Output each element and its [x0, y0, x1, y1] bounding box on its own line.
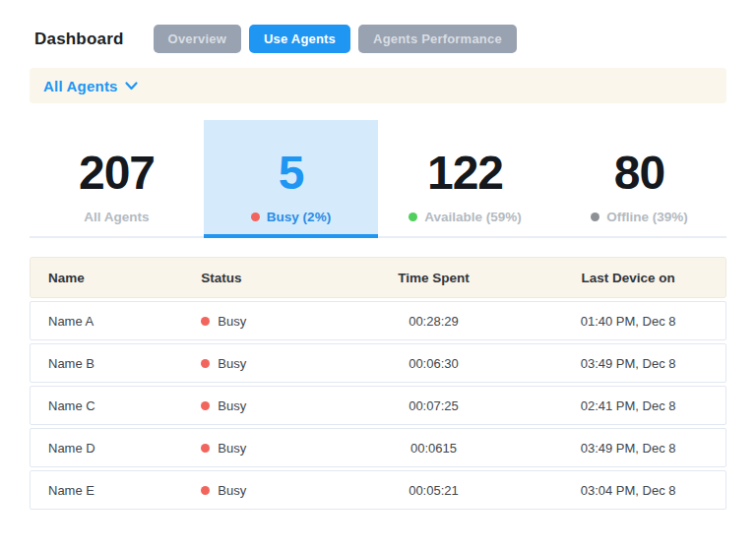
cell-status: Busy: [183, 356, 336, 371]
column-header-last-device-on: Last Device on: [531, 271, 725, 285]
tab-agents-performance[interactable]: Agents Performance: [358, 25, 517, 53]
stat-label-text: All Agents: [84, 210, 149, 224]
stat-label: Available (59%): [378, 209, 552, 224]
chevron-down-icon: [125, 82, 138, 91]
stat-label: All Agents: [30, 209, 204, 224]
table-body: Name A Busy 00:28:29 01:40 PM, Dec 8 Nam…: [30, 301, 726, 510]
cell-status: Busy: [183, 483, 336, 498]
cell-last-device-on: 02:41 PM, Dec 8: [531, 398, 725, 413]
busy-status-dot: [201, 401, 210, 410]
stat-label-text: Offline (39%): [606, 210, 688, 224]
agents-filter-label: All Agents: [43, 78, 118, 94]
cell-time-spent: 00:06:30: [337, 356, 532, 371]
top-bar: Dashboard Overview Use Agents Agents Per…: [0, 0, 756, 53]
table-row[interactable]: Name B Busy 00:06:30 03:49 PM, Dec 8: [30, 343, 726, 383]
table-row[interactable]: Name E Busy 00:05:21 03:04 PM, Dec 8: [30, 470, 726, 510]
tab-bar: Overview Use Agents Agents Performance: [154, 25, 517, 53]
stat-label-text: Available (59%): [424, 210, 522, 224]
status-text: Busy: [218, 441, 246, 456]
busy-status-dot: [201, 317, 210, 326]
status-dot: [251, 213, 260, 221]
cell-time-spent: 00:07:25: [337, 398, 532, 413]
stat-card-offline[interactable]: 80 Offline (39%): [552, 120, 726, 238]
cell-status: Busy: [183, 398, 336, 413]
stat-value: 80: [552, 146, 726, 201]
cell-time-spent: 00:0615: [337, 441, 532, 456]
cell-time-spent: 00:05:21: [337, 483, 532, 498]
stat-card-busy[interactable]: 5 Busy (2%): [204, 120, 378, 238]
cell-status: Busy: [183, 441, 336, 456]
cell-name: Name A: [31, 314, 183, 329]
cell-status: Busy: [183, 314, 336, 329]
page-title: Dashboard: [34, 30, 124, 49]
stat-label: Offline (39%): [552, 209, 726, 224]
table-header: Name Status Time Spent Last Device on: [30, 257, 726, 298]
table-row[interactable]: Name C Busy 00:07:25 02:41 PM, Dec 8: [30, 386, 726, 425]
status-text: Busy: [218, 356, 246, 371]
cell-last-device-on: 03:49 PM, Dec 8: [531, 356, 725, 371]
stats-row: 207 All Agents 5 Busy (2%) 122 Available…: [30, 120, 726, 238]
busy-status-dot: [201, 359, 210, 368]
stat-value: 207: [30, 146, 204, 201]
stat-value: 5: [204, 146, 378, 201]
stat-value: 122: [378, 146, 552, 201]
status-dot: [409, 213, 417, 221]
status-dot: [591, 213, 599, 221]
cell-name: Name C: [31, 398, 183, 413]
agents-table: Name Status Time Spent Last Device on Na…: [30, 257, 726, 510]
agents-filter-dropdown[interactable]: All Agents: [30, 68, 726, 103]
column-header-status: Status: [183, 271, 336, 285]
busy-status-dot: [201, 444, 210, 453]
tab-use-agents[interactable]: Use Agents: [249, 25, 350, 53]
cell-time-spent: 00:28:29: [337, 314, 532, 329]
tab-overview[interactable]: Overview: [154, 25, 241, 53]
column-header-name: Name: [31, 271, 183, 285]
stat-label-text: Busy (2%): [267, 210, 331, 224]
cell-name: Name D: [31, 441, 183, 456]
cell-last-device-on: 01:40 PM, Dec 8: [531, 314, 725, 329]
cell-last-device-on: 03:49 PM, Dec 8: [531, 441, 725, 456]
stat-label: Busy (2%): [204, 209, 378, 224]
table-row[interactable]: Name A Busy 00:28:29 01:40 PM, Dec 8: [30, 301, 726, 340]
stat-card-all-agents[interactable]: 207 All Agents: [30, 120, 204, 238]
status-text: Busy: [218, 398, 246, 413]
cell-name: Name E: [31, 483, 183, 498]
status-text: Busy: [218, 483, 246, 498]
status-text: Busy: [218, 314, 246, 329]
busy-status-dot: [201, 486, 210, 495]
cell-name: Name B: [31, 356, 183, 371]
table-row[interactable]: Name D Busy 00:0615 03:49 PM, Dec 8: [30, 428, 726, 467]
cell-last-device-on: 03:04 PM, Dec 8: [531, 483, 725, 498]
column-header-time-spent: Time Spent: [337, 271, 532, 285]
stat-card-available[interactable]: 122 Available (59%): [378, 120, 552, 238]
